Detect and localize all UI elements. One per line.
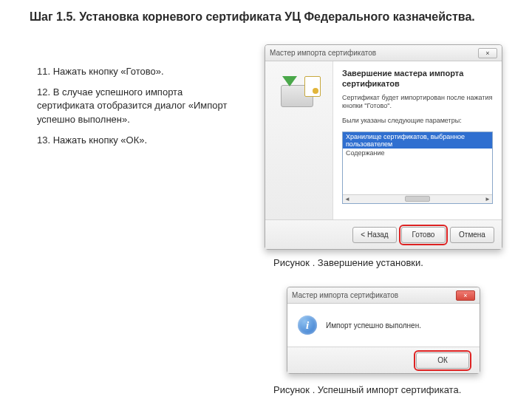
dialog-title: Мастер импорта сертификатов [292, 291, 452, 299]
horizontal-scrollbar[interactable]: ◄ ► [343, 194, 492, 203]
close-button[interactable]: × [456, 290, 475, 301]
dialog-titlebar: Мастер импорта сертификатов × [287, 287, 480, 304]
step-12: 12. В случае успешного импорта сертифика… [37, 86, 229, 126]
wizard-params-listbox[interactable]: Хранилище сертификатов, выбранное пользо… [342, 132, 493, 204]
wizard-description: Сертификат будет импортирован после нажа… [342, 94, 493, 111]
scroll-thumb[interactable] [405, 196, 430, 202]
close-button[interactable]: × [478, 48, 497, 58]
ok-button[interactable]: ОК [416, 352, 469, 369]
step-11: 11. Нажать кнопку «Готово». [37, 65, 229, 78]
back-button[interactable]: < Назад [352, 227, 397, 243]
cancel-button[interactable]: Отмена [450, 227, 494, 243]
page-heading: Шаг 1.5. Установка корневого сертификата… [30, 9, 502, 25]
certificate-import-icon [278, 75, 321, 110]
wizard-window: Мастер импорта сертификатов × Завершение… [265, 44, 502, 250]
success-dialog: Мастер импорта сертификатов × i Импорт у… [287, 287, 480, 374]
info-icon: i [298, 316, 317, 335]
wizard-params-label: Были указаны следующие параметры: [342, 117, 493, 126]
dialog-body: i Импорт успешно выполнен. [287, 304, 480, 347]
instructions-block: 11. Нажать кнопку «Готово». 12. В случае… [37, 65, 229, 154]
wizard-sidebar [265, 61, 333, 219]
listbox-selected-row[interactable]: Хранилище сертификатов, выбранное пользо… [343, 132, 492, 149]
scroll-right-icon[interactable]: ► [485, 196, 491, 202]
finish-button[interactable]: Готово [401, 227, 446, 243]
figure-caption-1: Рисунок . Завершение установки. [273, 257, 423, 268]
dialog-footer: ОК [287, 347, 480, 373]
scroll-left-icon[interactable]: ◄ [344, 196, 350, 202]
step-13: 13. Нажать кнопку «ОК». [37, 134, 229, 147]
figure-caption-2: Рисунок . Успешный импорт сертификата. [273, 384, 461, 395]
wizard-title: Мастер импорта сертификатов [270, 49, 474, 57]
listbox-row[interactable]: Содержание [343, 149, 492, 157]
wizard-content: Завершение мастера импорта сертификатов … [333, 61, 502, 219]
dialog-message: Импорт успешно выполнен. [326, 321, 421, 330]
wizard-titlebar: Мастер импорта сертификатов × [265, 45, 502, 61]
wizard-heading: Завершение мастера импорта сертификатов [342, 69, 493, 89]
wizard-footer: < Назад Готово Отмена [265, 219, 502, 249]
wizard-body: Завершение мастера импорта сертификатов … [265, 61, 502, 219]
